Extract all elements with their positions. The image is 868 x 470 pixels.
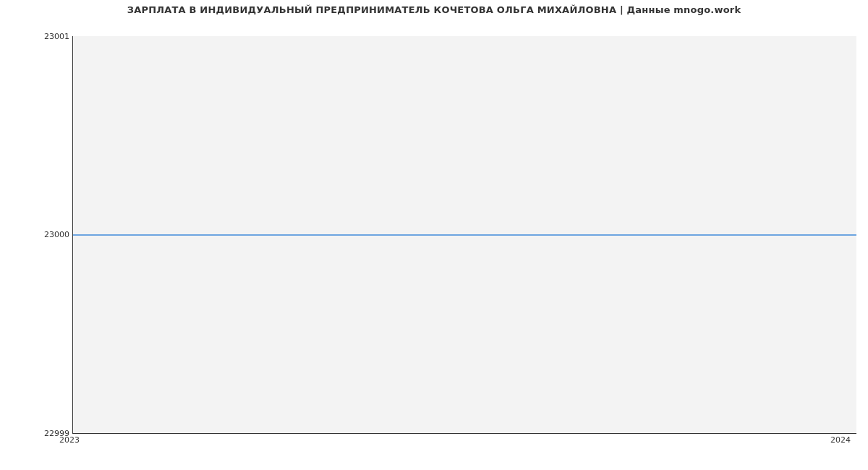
x-tick-label: 2024 [830, 435, 851, 445]
plot-area [72, 36, 856, 434]
chart-title: ЗАРПЛАТА В ИНДИВИДУАЛЬНЫЙ ПРЕДПРИНИМАТЕЛ… [0, 4, 868, 15]
x-tick-label: 2023 [59, 435, 80, 445]
chart-container: ЗАРПЛАТА В ИНДИВИДУАЛЬНЫЙ ПРЕДПРИНИМАТЕЛ… [0, 0, 868, 470]
series-line-salary [73, 234, 856, 236]
y-tick-label: 23001 [4, 32, 69, 41]
y-tick-label: 23000 [4, 230, 69, 239]
